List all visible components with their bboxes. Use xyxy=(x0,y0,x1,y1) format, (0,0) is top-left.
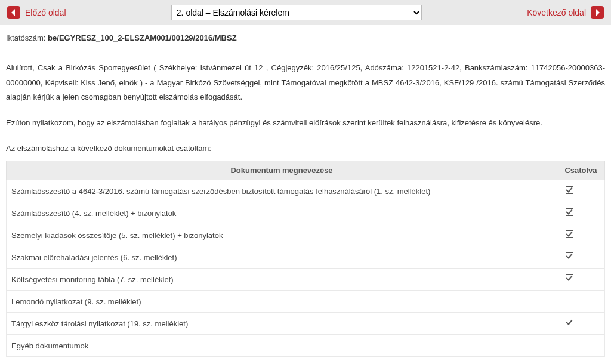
table-row: Szakmai előrehaladási jelentés (6. sz. m… xyxy=(7,246,605,269)
next-icon xyxy=(591,6,604,19)
attached-checkbox[interactable] xyxy=(566,297,573,304)
attached-checkbox[interactable] xyxy=(566,319,573,326)
attachments-intro: Az elszámoláshoz a következő dokumentumo… xyxy=(6,141,605,156)
attached-checkbox[interactable] xyxy=(566,208,573,216)
top-nav: Előző oldal 2. oldal – Elszámolási kérel… xyxy=(0,0,611,25)
doc-attached-cell xyxy=(557,202,605,224)
doc-attached-cell xyxy=(557,180,605,202)
table-row: Tárgyi eszköz tárolási nyilatkozat (19. … xyxy=(7,313,605,335)
declaration-paragraph-2: Ezúton nyilatkozom, hogy az elszámolásba… xyxy=(6,116,605,131)
doc-name-cell: Számlaösszesítő a 4642-3/2016. számú tám… xyxy=(7,180,557,202)
table-row: Számlaösszesítő (4. sz. melléklet) + biz… xyxy=(7,202,605,224)
prev-page-label: Előző oldal xyxy=(25,8,66,17)
table-row: Személyi kiadások összesítője (5. sz. me… xyxy=(7,224,605,246)
prev-page-link[interactable]: Előző oldal xyxy=(7,6,66,19)
doc-name-cell: Lemondó nyilatkozat (9. sz. melléklet) xyxy=(7,291,557,313)
separator xyxy=(6,50,605,50)
doc-attached-cell xyxy=(557,269,605,291)
next-page-label: Következő oldal xyxy=(527,8,586,17)
attached-checkbox[interactable] xyxy=(566,186,573,194)
reference-value: be/EGYRESZ_100_2-ELSZAM001/00129/2016/MB… xyxy=(48,33,236,42)
table-row: Számlaösszesítő a 4642-3/2016. számú tám… xyxy=(7,180,605,202)
page-select-wrap: 2. oldal – Elszámolási kérelem xyxy=(168,5,425,20)
attached-checkbox[interactable] xyxy=(566,252,573,260)
declaration-paragraph-1: Alulírott, Csak a Birkózás Sportegyesüle… xyxy=(6,61,605,105)
doc-attached-cell xyxy=(557,291,605,313)
doc-name-cell: Tárgyi eszköz tárolási nyilatkozat (19. … xyxy=(7,313,557,335)
page-select[interactable]: 2. oldal – Elszámolási kérelem xyxy=(171,5,422,20)
table-row: Költségvetési monitoring tábla (7. sz. m… xyxy=(7,269,605,291)
table-row: Lemondó nyilatkozat (9. sz. melléklet) xyxy=(7,291,605,313)
prev-icon xyxy=(7,6,20,19)
documents-table: Dokumentum megnevezése Csatolva Számlaös… xyxy=(6,161,605,357)
col-header-attached: Csatolva xyxy=(557,161,605,180)
table-header-row: Dokumentum megnevezése Csatolva xyxy=(7,161,605,180)
reference-label: Iktatószám: xyxy=(6,33,45,42)
doc-attached-cell xyxy=(557,313,605,335)
doc-attached-cell xyxy=(557,224,605,246)
col-header-name: Dokumentum megnevezése xyxy=(7,161,557,180)
attached-checkbox[interactable] xyxy=(566,230,573,238)
doc-name-cell: Számlaösszesítő (4. sz. melléklet) + biz… xyxy=(7,202,557,224)
doc-attached-cell xyxy=(557,246,605,269)
doc-name-cell: Egyéb dokumentumok xyxy=(7,335,557,357)
doc-name-cell: Szakmai előrehaladási jelentés (6. sz. m… xyxy=(7,246,557,269)
doc-name-cell: Személyi kiadások összesítője (5. sz. me… xyxy=(7,224,557,246)
reference-line: Iktatószám: be/EGYRESZ_100_2-ELSZAM001/0… xyxy=(6,33,605,42)
attached-checkbox[interactable] xyxy=(566,274,573,282)
doc-name-cell: Költségvetési monitoring tábla (7. sz. m… xyxy=(7,269,557,291)
next-page-link[interactable]: Következő oldal xyxy=(527,6,604,19)
table-row: Egyéb dokumentumok xyxy=(7,335,605,357)
doc-attached-cell xyxy=(557,335,605,357)
attached-checkbox[interactable] xyxy=(566,341,573,348)
